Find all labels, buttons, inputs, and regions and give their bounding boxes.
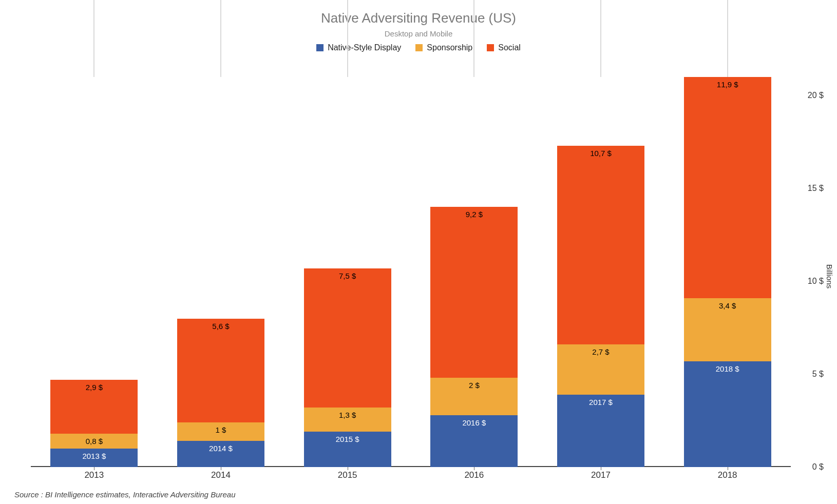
bar-segment-sponsorship: 1 $ <box>177 422 264 441</box>
gridline-vertical <box>600 0 601 77</box>
x-tick-label: 2018 <box>718 470 737 480</box>
x-tick <box>474 467 474 470</box>
bar-value-label: 2016 $ <box>430 418 518 427</box>
x-tick <box>601 467 601 470</box>
bar-value-label: 11,9 $ <box>684 80 771 89</box>
x-tick-label: 2014 <box>211 470 231 480</box>
bar-column: 2015 $1,3 $7,5 $ <box>304 268 391 467</box>
plot-area: 201320142015201620172018 0 $5 $10 $15 $2… <box>31 77 791 467</box>
x-tick <box>94 467 94 470</box>
y-tick-label: 0 $ <box>812 462 824 472</box>
bar-value-label: 3,4 $ <box>684 301 771 310</box>
x-tick-label: 2017 <box>591 470 611 480</box>
legend-item-sponsorship: Sponsorship <box>415 43 472 52</box>
gridline-vertical <box>727 0 728 77</box>
legend-label: Social <box>498 43 521 52</box>
bar-segment-social: 11,9 $ <box>684 77 771 298</box>
source-note: Source : BI Intelligence estimates, Inte… <box>14 490 236 499</box>
bar-segment-social: 2,9 $ <box>50 380 138 434</box>
x-tick-label: 2016 <box>464 470 484 480</box>
bar-segment-native-style-display: 2017 $ <box>557 395 644 467</box>
legend-item-social: Social <box>487 43 521 52</box>
bar-value-label: 10,7 $ <box>557 149 644 158</box>
gridline-vertical <box>473 0 474 77</box>
bar-value-label: 2015 $ <box>304 435 391 443</box>
bar-segment-social: 9,2 $ <box>430 207 518 378</box>
legend-label: Sponsorship <box>427 43 472 52</box>
bar-value-label: 2,7 $ <box>557 347 644 356</box>
legend-swatch <box>316 44 324 51</box>
bar-column: 2013 $0,8 $2,9 $ <box>50 380 138 467</box>
legend-swatch <box>415 44 423 51</box>
legend: Native-Style Display Sponsorship Social <box>0 43 837 52</box>
bar-column: 2018 $3,4 $11,9 $ <box>684 77 771 467</box>
bar-column: 2016 $2 $9,2 $ <box>430 207 518 467</box>
bar-value-label: 2 $ <box>430 381 518 390</box>
bar-segment-native-style-display: 2016 $ <box>430 415 518 467</box>
bar-value-label: 2013 $ <box>50 452 138 460</box>
bar-segment-social: 5,6 $ <box>177 319 264 423</box>
bar-segment-sponsorship: 2,7 $ <box>557 344 644 395</box>
y-tick-label: 10 $ <box>808 277 824 286</box>
bar-value-label: 2018 $ <box>684 364 771 373</box>
gridline-vertical <box>93 0 94 77</box>
bar-value-label: 2017 $ <box>557 398 644 406</box>
x-tick <box>221 467 221 470</box>
bar-value-label: 9,2 $ <box>430 210 518 219</box>
bar-segment-sponsorship: 0,8 $ <box>50 434 138 449</box>
bar-segment-sponsorship: 1,3 $ <box>304 408 391 432</box>
bar-value-label: 2014 $ <box>177 444 264 453</box>
bar-segment-social: 10,7 $ <box>557 146 644 344</box>
y-tick-label: 15 $ <box>808 184 824 193</box>
y-axis-title: Billions <box>826 264 834 289</box>
bar-value-label: 0,8 $ <box>50 437 138 445</box>
bar-value-label: 7,5 $ <box>304 272 391 280</box>
bar-value-label: 1,3 $ <box>304 411 391 419</box>
bar-column: 2017 $2,7 $10,7 $ <box>557 146 644 467</box>
chart-subtitle: Desktop and Mobile <box>0 29 837 38</box>
gridline-vertical <box>347 0 348 77</box>
bar-value-label: 2,9 $ <box>50 383 138 392</box>
chart-title: Native Adversiting Revenue (US) <box>0 10 837 26</box>
bar-value-label: 5,6 $ <box>177 322 264 331</box>
legend-label: Native-Style Display <box>328 43 401 52</box>
y-tick-label: 5 $ <box>812 370 824 379</box>
x-tick-label: 2015 <box>338 470 357 480</box>
bar-value-label: 1 $ <box>177 425 264 434</box>
x-tick-label: 2013 <box>84 470 104 480</box>
bar-segment-native-style-display: 2015 $ <box>304 432 391 467</box>
chart-container: Native Adversiting Revenue (US) Desktop … <box>0 10 837 504</box>
x-tick <box>348 467 348 470</box>
bar-segment-native-style-display: 2013 $ <box>50 449 138 467</box>
x-axis-labels: 201320142015201620172018 <box>31 467 791 481</box>
y-tick-label: 20 $ <box>808 91 824 100</box>
bar-segment-native-style-display: 2014 $ <box>177 441 264 467</box>
x-tick <box>728 467 728 470</box>
gridline-vertical <box>220 0 221 77</box>
bar-column: 2014 $1 $5,6 $ <box>177 318 264 467</box>
bar-segment-sponsorship: 2 $ <box>430 378 518 415</box>
bar-segment-sponsorship: 3,4 $ <box>684 298 771 361</box>
bar-segment-social: 7,5 $ <box>304 268 391 408</box>
legend-item-native: Native-Style Display <box>316 43 401 52</box>
bar-segment-native-style-display: 2018 $ <box>684 361 771 467</box>
legend-swatch <box>487 44 494 51</box>
